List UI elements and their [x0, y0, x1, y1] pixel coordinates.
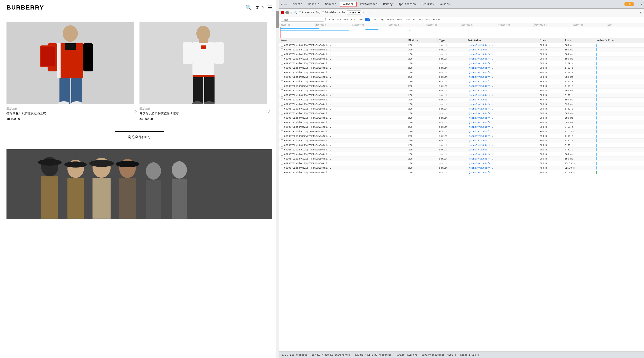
row-initiator[interactable]: .jsonp?v=2.0&df=... — [466, 116, 538, 120]
table-row[interactable]: 68996732sid=CoZWpTFFTmGuw6o4xl...200scri… — [279, 161, 644, 166]
import-icon[interactable]: ↑ — [365, 11, 367, 14]
row-initiator[interactable]: .jsonp?v=2.0&df=... — [466, 120, 538, 125]
row-initiator[interactable]: .jsonp?v=2.0&df=... — [466, 66, 538, 70]
tab-elements[interactable]: Elements — [287, 2, 305, 7]
table-row[interactable]: 68996732sid=CoZWpTFFTmGuw6o4xl...200scri… — [279, 102, 644, 107]
row-initiator[interactable]: .jsonp?v=2.0&df=... — [466, 161, 538, 166]
row-initiator[interactable]: .jsonp?v=2.0&df=... — [466, 111, 538, 116]
table-row[interactable]: 68996732sid=CoZWpTFFTmGuw6o4xl...200scri… — [279, 166, 644, 170]
network-table-container[interactable]: Name Status Type Initiator Size Time Wat… — [279, 38, 644, 351]
device-icon[interactable]: ▭ — [284, 3, 286, 6]
filter-manifest[interactable]: Manifest — [418, 18, 431, 21]
table-row[interactable]: 68996732sid=CoZWpTFFTmGuw6o4xl...200scri… — [279, 66, 644, 70]
table-row[interactable]: 68996732sid=CoZWpTFFTmGuw6o4xl...200scri… — [279, 148, 644, 152]
table-row[interactable]: 68996732sid=CoZWpTFFTmGuw6o4xl...200scri… — [279, 93, 644, 98]
filter-xhr[interactable]: XHR — [357, 18, 364, 21]
tab-security[interactable]: Security — [419, 2, 437, 7]
table-row[interactable]: 68996732sid=CoZWpTFFTmGuw6o4xl...200scri… — [279, 107, 644, 111]
row-initiator[interactable]: .jsonp?v=2.0&df=... — [466, 148, 538, 152]
col-name[interactable]: Name — [279, 38, 406, 43]
col-initiator[interactable]: Initiator — [466, 38, 538, 43]
search-icon[interactable]: 🔍 — [246, 5, 251, 11]
row-initiator[interactable]: .jsonp?v=2.0&df=... — [466, 48, 538, 52]
row-initiator[interactable]: .jsonp?v=2.0&df=... — [466, 52, 538, 57]
table-row[interactable]: 68996732sid=CoZWpTFFTmGuw6o4xl...200scri… — [279, 116, 644, 120]
row-initiator[interactable]: .jsonp?v=2.0&df=... — [466, 157, 538, 161]
preserve-log-input[interactable] — [299, 11, 301, 14]
settings-gear-icon[interactable]: ⚙ — [640, 11, 642, 15]
filter-doc[interactable]: Doc — [404, 18, 411, 21]
filter-media[interactable]: Media — [386, 18, 395, 21]
table-row[interactable]: 68996732sid=CoZWpTFFTmGuw6o4xl...200scri… — [279, 48, 644, 52]
filter-icon[interactable]: ▽ — [290, 11, 292, 15]
wishlist-icon-1[interactable]: ♡ — [134, 109, 137, 114]
tab-memory[interactable]: Memory — [380, 2, 395, 7]
table-row[interactable]: 68996732sid=CoZWpTFFTmGuw6o4xl...200scri… — [279, 52, 644, 57]
row-initiator[interactable]: .jsonp?v=2.0&df=... — [466, 129, 538, 134]
tab-audits[interactable]: Audits — [438, 2, 452, 7]
col-type[interactable]: Type — [437, 38, 466, 43]
table-row[interactable]: 68996732sid=CoZWpTFFTmGuw6o4xl...200scri… — [279, 43, 644, 48]
filter-ws[interactable]: WS — [412, 18, 417, 21]
table-row[interactable]: 68996732sid=CoZWpTFFTmGuw6o4xl...200scri… — [279, 134, 644, 139]
filter-font[interactable]: Font — [396, 18, 404, 21]
col-status[interactable]: Status — [406, 38, 437, 43]
filter-img[interactable]: Img — [378, 18, 385, 21]
throttling-select[interactable]: Online — [347, 11, 361, 15]
row-initiator[interactable]: .jsonp?v=2.0&df=... — [466, 102, 538, 107]
tab-application[interactable]: Application — [396, 2, 418, 7]
table-row[interactable]: 68996732sid=CoZWpTFFTmGuw6o4xl...200scri… — [279, 61, 644, 66]
row-initiator[interactable]: .jsonp?v=2.0&df=... — [466, 93, 538, 98]
hide-data-urls-checkbox[interactable]: Hide data URLs — [325, 18, 348, 21]
disable-cache-input[interactable] — [322, 11, 324, 14]
filter-input[interactable] — [281, 18, 324, 22]
table-row[interactable]: 68996732sid=CoZWpTFFTmGuw6o4xl...200scri… — [279, 143, 644, 148]
table-row[interactable]: 68996732sid=CoZWpTFFTmGuw6o4xl...200scri… — [279, 84, 644, 89]
table-row[interactable]: 68996732sid=CoZWpTFFTmGuw6o4xl...200scri… — [279, 111, 644, 116]
tab-performance[interactable]: Performance — [358, 2, 380, 7]
more-options-icon[interactable]: ⋮ — [637, 3, 640, 6]
row-initiator[interactable]: .jsonp?v=2.0&df=... — [466, 57, 538, 61]
stop-button[interactable] — [286, 11, 289, 14]
row-initiator[interactable]: .jsonp?v=2.0&df=... — [466, 166, 538, 170]
table-row[interactable]: 68996732sid=CoZWpTFFTmGuw6o4xl...200scri… — [279, 89, 644, 93]
preserve-log-checkbox[interactable]: Preserve log — [299, 11, 320, 14]
filter-css[interactable]: CSS — [371, 18, 377, 21]
scroll-thumb[interactable] — [276, 11, 279, 28]
row-initiator[interactable]: .jsonp?v=2.0&df=... — [466, 139, 538, 143]
table-row[interactable]: 68996732sid=CoZWpTFFTmGuw6o4xl...200scri… — [279, 170, 644, 175]
record-button[interactable] — [281, 11, 284, 14]
row-initiator[interactable]: .jsonp?v=2.0&df=... — [466, 134, 538, 139]
tab-sources[interactable]: Sources — [323, 2, 339, 7]
col-time[interactable]: Time — [563, 38, 595, 43]
row-initiator[interactable]: .jsonp?v=2.0&df=... — [466, 152, 538, 157]
row-initiator[interactable]: .jsonp?v=2.0&df=... — [466, 80, 538, 84]
row-initiator[interactable]: .jsonp?v=2.0&df=... — [466, 125, 538, 129]
row-initiator[interactable]: .jsonp?v=2.0&df=... — [466, 170, 538, 175]
throttling-chevron[interactable]: ▾ — [362, 11, 364, 14]
browse-all-button[interactable]: 浏览全部(107) — [115, 131, 164, 143]
filter-all[interactable]: All — [350, 18, 356, 21]
tab-network[interactable]: Network — [340, 2, 356, 7]
filter-other[interactable]: Other — [432, 18, 441, 21]
disable-cache-checkbox[interactable]: Disable cache — [322, 11, 345, 14]
table-row[interactable]: 68996732sid=CoZWpTFFTmGuw6o4xl...200scri… — [279, 129, 644, 134]
cart-icon[interactable]: 🛍 0 — [256, 5, 264, 11]
close-devtools-icon[interactable]: ✕ — [640, 3, 642, 6]
export-icon[interactable]: ↓ — [368, 11, 370, 14]
table-row[interactable]: 68996732sid=CoZWpTFFTmGuw6o4xl...200scri… — [279, 70, 644, 75]
hide-data-urls-input[interactable] — [325, 18, 328, 21]
row-initiator[interactable]: .jsonp?v=2.0&df=... — [466, 143, 538, 148]
col-waterfall[interactable]: Waterfall ▲ — [595, 38, 644, 43]
row-initiator[interactable]: .jsonp?v=2.0&df=... — [466, 43, 538, 48]
table-row[interactable]: 68996732sid=CoZWpTFFTmGuw6o4xl...200scri… — [279, 80, 644, 84]
cursor-icon[interactable]: ↖ — [281, 2, 283, 7]
row-initiator[interactable]: .jsonp?v=2.0&df=... — [466, 84, 538, 89]
row-initiator[interactable]: .jsonp?v=2.0&df=... — [466, 89, 538, 93]
filter-js[interactable]: JS — [364, 18, 370, 21]
row-initiator[interactable]: .jsonp?v=2.0&df=... — [466, 107, 538, 111]
scrollbar[interactable] — [276, 0, 279, 358]
menu-icon[interactable]: ☰ — [268, 5, 272, 11]
table-row[interactable]: 68996732sid=CoZWpTFFTmGuw6o4xl...200scri… — [279, 152, 644, 157]
search-network-icon[interactable]: 🔍 — [294, 11, 297, 14]
